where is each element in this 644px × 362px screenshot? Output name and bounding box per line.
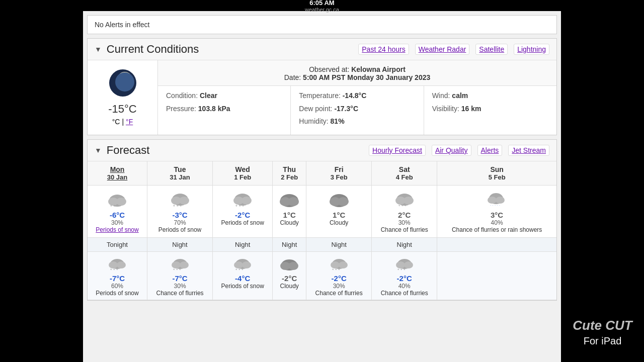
fri-hi-temp: 1°C — [308, 211, 369, 219]
tue-night-pct: 30% — [149, 283, 210, 290]
current-conditions-header: ▼ Current Conditions Past 24 hours Weath… — [88, 39, 556, 60]
tonight-pct: 60% — [90, 283, 145, 290]
forecast-col-sat: Sat4 Feb — [372, 161, 437, 186]
fri-night-pct: 30% — [308, 283, 369, 290]
pressure-row: Pressure: 103.8 kPa — [166, 104, 282, 114]
temp-unit-toggle: °C | °F — [112, 118, 133, 126]
fri-night-condition: Chance of flurries — [308, 290, 369, 297]
current-conditions-title: ▼ Current Conditions — [95, 43, 199, 56]
forecast-cell-sun: . . . . . 3°C 40% Chance of flurries or … — [437, 185, 556, 237]
mon-condition[interactable]: Periods of snow — [90, 226, 145, 233]
temperature-row: Temperature: -14.8°C — [299, 91, 415, 101]
svg-point-14 — [288, 197, 299, 206]
forecast-cell-thu: 1°C Cloudy — [273, 185, 306, 237]
forecast-cell-fri: 1°C Cloudy — [306, 185, 372, 237]
forecast-col-fri: Fri3 Feb — [306, 161, 372, 186]
forecast-table: Mon30 Jan Tue31 Jan Wed1 Feb Thu2 Feb Fr… — [88, 161, 556, 300]
url-display: weather.gc.ca — [305, 7, 339, 13]
forecast-icon-row: * * * -6°C 30% Periods of snow * * * — [88, 185, 556, 237]
wed-night-lo-temp: -4°C — [215, 274, 270, 283]
sat-night-pct: 40% — [374, 283, 435, 290]
night-label-row: Tonight Night Night Night Night Night — [88, 237, 556, 251]
forecast-col-tue: Tue31 Jan — [147, 161, 213, 186]
jet-stream-link[interactable]: Jet Stream — [508, 145, 549, 156]
svg-point-43 — [339, 261, 348, 268]
conditions-col-3: Wind: calm Visibility: 16 km — [424, 86, 556, 135]
tue-pct: 70% — [149, 219, 210, 226]
thu-night-lo-temp: -2°C — [275, 274, 304, 283]
svg-point-40 — [288, 262, 298, 270]
tue-night-condition: Chance of flurries — [149, 290, 210, 297]
night-label-sat: Night — [372, 237, 437, 251]
humidity-row: Humidity: 81% — [299, 117, 415, 127]
conditions-left: -15°C °C | °F — [88, 60, 158, 135]
night-cell-wed: * * * -4°C Periods of snow — [213, 251, 273, 300]
air-quality-link[interactable]: Air Quality — [432, 145, 471, 156]
night-cell-thu: -2°C Cloudy — [273, 251, 306, 300]
tue-condition: Periods of snow — [149, 226, 210, 233]
celsius-unit[interactable]: °C — [112, 118, 120, 126]
tue-hi-temp: -3°C — [149, 211, 210, 219]
sat-hi-temp: 2°C — [374, 211, 435, 219]
visibility-row: Visibility: 16 km — [432, 104, 548, 114]
current-conditions-section: ▼ Current Conditions Past 24 hours Weath… — [87, 38, 557, 135]
hourly-forecast-link[interactable]: Hourly Forecast — [369, 145, 426, 156]
dewpoint-row: Dew point: -17.3°C — [299, 104, 415, 114]
forecast-col-mon: Mon30 Jan — [88, 161, 147, 186]
wed-condition: Periods of snow — [215, 219, 270, 226]
conditions-main: Observed at: Kelowna Airport Date: 5:00 … — [158, 60, 556, 135]
svg-text:* * *: * * * — [110, 267, 118, 272]
tonight-label: Tonight — [88, 237, 147, 251]
observed-header: Observed at: Kelowna Airport Date: 5:00 … — [158, 60, 556, 86]
sun-condition: Chance of flurries or rain showers — [439, 226, 554, 233]
tonight-lo-temp: -7°C — [90, 274, 145, 283]
night-cell-mon: * * * -7°C 60% Periods of snow — [88, 251, 147, 300]
night-cell-tue: * * * -7°C 30% Chance of flurries — [147, 251, 213, 300]
mon-hi-temp: -6°C — [90, 211, 145, 219]
wind-row: Wind: calm — [432, 91, 548, 101]
weather-radar-link[interactable]: Weather Radar — [415, 44, 470, 55]
forecast-col-thu: Thu2 Feb — [273, 161, 306, 186]
svg-text:* * *: * * * — [173, 267, 181, 272]
fahrenheit-unit[interactable]: °F — [126, 118, 133, 126]
sun-pct: 40% — [439, 219, 554, 226]
svg-point-28 — [117, 261, 126, 268]
sun-hi-temp: 3°C — [439, 211, 554, 219]
forecast-header-row: Mon30 Jan Tue31 Jan Wed1 Feb Thu2 Feb Fr… — [88, 161, 556, 186]
sat-pct: 30% — [374, 219, 435, 226]
sat-night-condition: Chance of flurries — [374, 290, 435, 297]
svg-text:. . . . .: . . . . . — [490, 202, 500, 207]
night-label-thu: Night — [273, 237, 306, 251]
tonight-condition: Periods of snow — [90, 290, 145, 297]
svg-point-10 — [242, 197, 252, 205]
night-cell-fri: * * * -2°C 30% Chance of flurries — [306, 251, 372, 300]
forecast-links: Hourly Forecast Air Quality Alerts Jet S… — [369, 145, 549, 156]
time-display: 6:05 AM — [305, 0, 339, 7]
svg-text:* * *: * * * — [235, 204, 244, 209]
lightning-link[interactable]: Lightning — [514, 44, 549, 55]
conditions-grid: Condition: Clear Pressure: 103.8 kPa Tem… — [158, 86, 556, 135]
alert-text: No Alerts in effect — [95, 21, 149, 29]
thu-condition: Cloudy — [275, 219, 304, 226]
triangle-icon-2: ▼ — [95, 146, 102, 154]
svg-text:* * *: * * * — [173, 204, 182, 209]
triangle-icon: ▼ — [95, 45, 102, 53]
temperature-display: -15°C — [108, 103, 136, 116]
sat-night-lo-temp: -2°C — [374, 274, 435, 283]
thu-night-condition: Cloudy — [275, 283, 304, 290]
satellite-link[interactable]: Satellite — [475, 44, 508, 55]
forecast-col-sun: Sun5 Feb — [437, 161, 556, 186]
night-icon-row: * * * -7°C 60% Periods of snow * * * — [88, 251, 556, 300]
night-cell-sat: * * * -2°C 40% Chance of flurries — [372, 251, 437, 300]
svg-text:* * *: * * * — [332, 267, 340, 272]
forecast-cell-sat: * * * 2°C 30% Chance of flurries — [372, 185, 437, 237]
fri-condition: Cloudy — [308, 219, 369, 226]
svg-point-32 — [180, 261, 189, 268]
for-ipad-text: For iPad — [566, 335, 639, 347]
forecast-cell-wed: * * * -2°C Periods of snow — [213, 185, 273, 237]
alerts-link[interactable]: Alerts — [477, 145, 503, 156]
svg-text:* * *: * * * — [235, 267, 244, 272]
mon-pct: 30% — [90, 219, 145, 226]
condition-row: Condition: Clear — [166, 91, 282, 101]
past-24-hours-link[interactable]: Past 24 hours — [358, 44, 409, 55]
